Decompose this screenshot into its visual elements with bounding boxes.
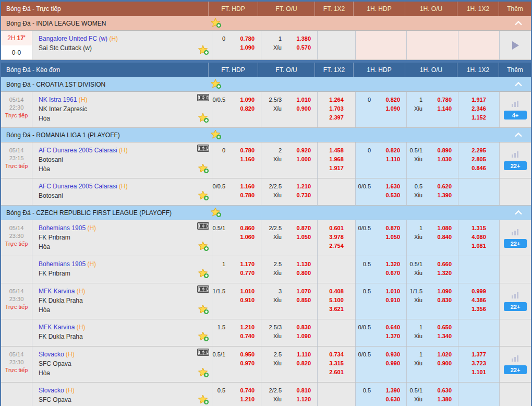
odds-value[interactable]: 0.780 (231, 34, 261, 43)
odds-value[interactable]: 0.840 (428, 233, 458, 242)
more-bets-button[interactable]: 22+ (504, 302, 527, 311)
odds-value[interactable]: 0.730 (287, 191, 317, 200)
odds-value[interactable]: 0.860 (231, 224, 261, 233)
odds-value[interactable]: 1.081 (458, 242, 499, 250)
odds-value[interactable]: 1.090 (428, 287, 458, 296)
star-add-icon[interactable] (198, 164, 209, 176)
odds-value[interactable]: 0.930 (376, 350, 406, 359)
star-add-icon[interactable] (198, 305, 209, 317)
collapse-chevron-icon[interactable] (514, 21, 531, 26)
odds-value[interactable]: 0.740 (231, 332, 261, 341)
odds-value[interactable]: 1.090 (231, 95, 261, 104)
odds-value[interactable]: 0.780 (428, 95, 458, 104)
more-bets-button[interactable]: 22+ (504, 161, 527, 170)
odds-value[interactable]: 0.820 (376, 146, 406, 155)
odds-value[interactable]: 0.734 (318, 350, 355, 359)
odds-value[interactable]: 1.170 (231, 260, 261, 269)
odds-value[interactable]: 4.080 (458, 233, 499, 242)
more-bets-button[interactable]: 22+ (504, 239, 527, 248)
odds-value[interactable]: 1.210 (231, 395, 261, 404)
odds-value[interactable]: 0.900 (287, 104, 317, 113)
odds-value[interactable]: 1.050 (287, 233, 317, 242)
odds-value[interactable]: 1.160 (231, 155, 261, 164)
odds-value[interactable]: 4.386 (458, 296, 499, 305)
star-add-icon[interactable] (211, 208, 222, 218)
odds-value[interactable]: 1.380 (287, 34, 317, 43)
play-icon[interactable] (512, 41, 519, 50)
odds-value[interactable]: 1.160 (231, 182, 261, 191)
odds-value[interactable]: 1.020 (428, 350, 458, 359)
league-row[interactable]: Bóng Đá - CZECH REPUBLIC FIRST LEAGUE (P… (1, 206, 531, 220)
odds-value[interactable]: 0.601 (318, 224, 355, 233)
odds-value[interactable]: 0.780 (231, 146, 261, 155)
odds-value[interactable]: 0.890 (428, 146, 458, 155)
odds-value[interactable]: 1.090 (376, 104, 406, 113)
odds-value[interactable]: 1.120 (287, 395, 317, 404)
odds-value[interactable]: 1.458 (318, 146, 355, 155)
odds-value[interactable]: 0.670 (376, 269, 406, 278)
odds-value[interactable]: 2.346 (458, 104, 499, 113)
odds-value[interactable]: 0.900 (428, 359, 458, 368)
odds-value[interactable]: 1.010 (231, 287, 261, 296)
odds-value[interactable]: 0.950 (231, 350, 261, 359)
odds-value[interactable]: 1.090 (231, 43, 261, 52)
odds-value[interactable]: 1.315 (458, 224, 499, 233)
odds-value[interactable]: 1.390 (428, 191, 458, 200)
collapse-chevron-icon[interactable] (514, 82, 531, 87)
odds-value[interactable]: 0.850 (287, 296, 317, 305)
odds-value[interactable]: 1.070 (287, 287, 317, 296)
star-add-icon[interactable] (211, 79, 222, 89)
odds-value[interactable]: 1.356 (458, 305, 499, 314)
league-row[interactable]: Bóng Đá - CROATIA 1ST DIVISION (1, 77, 531, 92)
odds-value[interactable]: 0.990 (376, 359, 406, 368)
odds-value[interactable]: 1.210 (231, 323, 261, 332)
odds-value[interactable]: 1.320 (376, 260, 406, 269)
odds-value[interactable]: 1.630 (376, 182, 406, 191)
odds-value[interactable]: 0.660 (428, 260, 458, 269)
odds-value[interactable]: 1.210 (287, 182, 317, 191)
star-add-icon[interactable] (198, 395, 209, 406)
odds-value[interactable]: 0.408 (318, 287, 355, 296)
more-bets-button[interactable]: 22+ (504, 365, 527, 374)
odds-value[interactable]: 1.110 (287, 350, 317, 359)
collapse-chevron-icon[interactable] (514, 133, 531, 137)
star-add-icon[interactable] (211, 18, 222, 28)
odds-value[interactable]: 0.999 (458, 287, 499, 296)
odds-value[interactable]: 0.820 (287, 359, 317, 368)
odds-value[interactable]: 0.920 (287, 146, 317, 155)
collapse-chevron-icon[interactable] (514, 210, 531, 215)
odds-value[interactable]: 5.100 (318, 296, 355, 305)
odds-value[interactable]: 0.620 (428, 182, 458, 191)
odds-value[interactable]: 0.800 (287, 269, 317, 278)
odds-value[interactable]: 1.380 (428, 395, 458, 404)
odds-value[interactable]: 2.805 (458, 155, 499, 164)
odds-value[interactable]: 0.910 (376, 296, 406, 305)
odds-value[interactable]: 0.820 (376, 95, 406, 104)
star-add-icon[interactable] (198, 269, 209, 281)
odds-value[interactable]: 1.340 (428, 332, 458, 341)
odds-value[interactable]: 1.010 (287, 95, 317, 104)
odds-value[interactable]: 0.650 (428, 323, 458, 332)
star-add-icon[interactable] (198, 113, 209, 126)
star-add-icon[interactable] (198, 191, 209, 204)
odds-value[interactable]: 1.080 (428, 224, 458, 233)
odds-value[interactable]: 1.917 (458, 95, 499, 104)
odds-value[interactable]: 0.780 (231, 191, 261, 200)
odds-value[interactable]: 0.846 (458, 164, 499, 173)
odds-value[interactable]: 1.101 (458, 368, 499, 377)
odds-value[interactable]: 0.870 (287, 224, 317, 233)
odds-value[interactable]: 1.370 (376, 332, 406, 341)
odds-value[interactable]: 1.060 (231, 233, 261, 242)
odds-value[interactable]: 2.601 (318, 368, 355, 377)
odds-value[interactable]: 1.377 (458, 350, 499, 359)
star-add-icon[interactable] (198, 332, 209, 344)
odds-value[interactable]: 1.130 (287, 260, 317, 269)
odds-value[interactable]: 1.030 (428, 155, 458, 164)
odds-value[interactable]: 0.870 (376, 224, 406, 233)
odds-value[interactable]: 0.830 (428, 296, 458, 305)
odds-value[interactable]: 0.630 (428, 386, 458, 395)
odds-value[interactable]: 1.152 (458, 113, 499, 122)
odds-value[interactable]: 2.295 (458, 146, 499, 155)
odds-value[interactable]: 1.968 (318, 155, 355, 164)
star-add-icon[interactable] (211, 130, 222, 140)
